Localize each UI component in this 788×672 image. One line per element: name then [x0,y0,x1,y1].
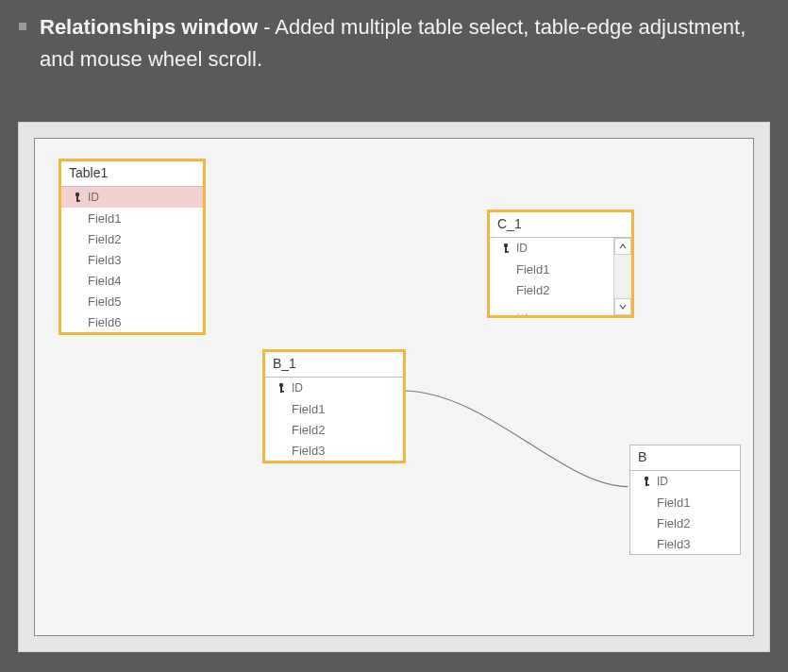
field-label: Field1 [499,262,549,277]
bullet-icon [19,23,26,30]
primary-key-icon [499,243,512,254]
field-label: Field2 [640,516,690,530]
table-row[interactable]: Field5 [61,291,203,311]
field-label: Field3 [275,444,325,458]
feature-title: Relationships window [40,15,258,39]
table-row-key[interactable]: ID [490,238,631,259]
table-row-key[interactable]: ID [61,187,203,208]
table-b1[interactable]: B_1 ID Field1 Field2 Field3 [265,352,403,461]
svg-rect-2 [76,200,80,202]
table-table1[interactable]: Table1 ID Field1 Field2 Field3 Field4 Fi… [61,161,203,332]
field-label: Field3 [71,253,121,267]
table-row[interactable]: Field3 [630,533,740,554]
field-label: ID [512,242,528,255]
table-scrollbar[interactable] [613,238,631,315]
table-c1[interactable]: C_1 ID Field1 Field2 … [490,212,631,315]
feature-list-item: Relationships window - Added multiple ta… [19,11,757,76]
field-label: … [499,304,528,316]
table-title: Table1 [61,161,203,187]
field-label: Field3 [640,537,690,551]
table-row[interactable]: Field1 [61,208,203,228]
table-title: C_1 [490,212,631,238]
field-label: ID [653,475,668,488]
table-row-key[interactable]: ID [265,378,403,398]
svg-rect-11 [645,484,649,486]
svg-rect-5 [280,391,284,393]
chevron-up-icon [619,243,627,250]
primary-key-icon [71,192,84,203]
table-row[interactable]: Field3 [265,440,403,461]
table-title: B [630,445,740,471]
table-row-key[interactable]: ID [630,471,740,492]
field-label: Field4 [71,274,121,288]
field-label: ID [288,381,303,395]
field-label: Field1 [640,496,690,510]
table-row[interactable]: Field2 [630,512,740,533]
relationships-canvas[interactable]: Table1 ID Field1 Field2 Field3 Field4 Fi… [34,138,754,636]
field-label: Field2 [71,232,121,246]
table-row[interactable]: Field2 [265,419,403,440]
table-row[interactable]: Field3 [61,249,203,270]
table-b[interactable]: B ID Field1 Field2 Field3 [629,445,741,555]
feature-description: Relationships window - Added multiple ta… [40,11,757,76]
table-row[interactable]: Field1 [630,492,740,512]
svg-rect-8 [505,251,509,253]
chevron-down-icon [619,303,627,311]
primary-key-icon [275,382,288,394]
scroll-up-button[interactable] [614,238,631,255]
field-label: Field2 [275,423,325,437]
primary-key-icon [640,476,653,487]
screenshot-panel: Table1 ID Field1 Field2 Field3 Field4 Fi… [19,123,769,651]
field-label: ID [84,191,99,204]
field-label: Field1 [71,211,121,226]
table-row[interactable]: Field1 [265,398,403,419]
table-row[interactable]: Field4 [61,270,203,291]
field-label: Field5 [71,294,121,309]
scroll-down-button[interactable] [614,298,631,315]
field-label: Field6 [71,315,121,329]
field-label: Field1 [275,402,325,416]
table-title: B_1 [265,352,403,378]
table-row-overflow: … [490,300,631,315]
field-label: Field2 [499,283,549,297]
table-row[interactable]: Field1 [490,259,631,279]
table-row[interactable]: Field6 [61,311,203,332]
table-row[interactable]: Field2 [61,228,203,249]
table-row[interactable]: Field2 [490,279,631,300]
